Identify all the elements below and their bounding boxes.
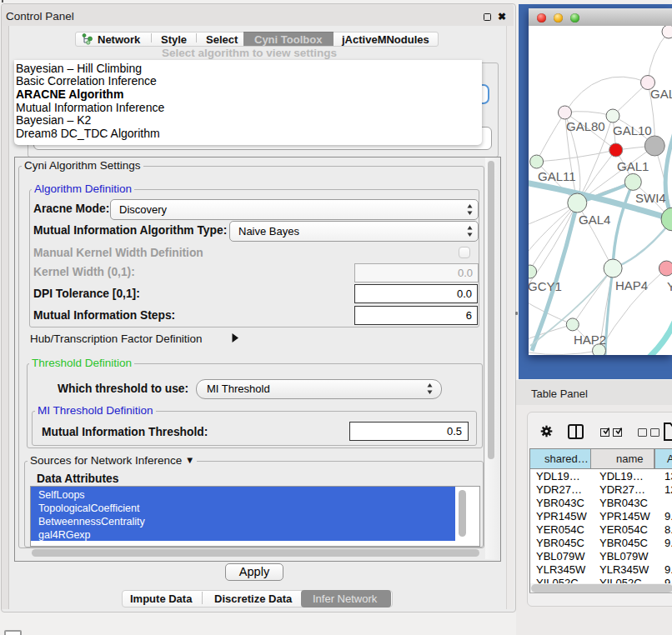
svg-text:SWI4: SWI4 [635, 191, 666, 205]
svg-text:GAL11: GAL11 [538, 169, 576, 183]
svg-text:GAL10: GAL10 [613, 123, 652, 138]
svg-text:GCY1: GCY1 [529, 279, 562, 293]
svg-text:GAL2: GAL2 [650, 87, 672, 101]
svg-text:HAP4: HAP4 [615, 278, 648, 292]
svg-text:HAP2: HAP2 [574, 332, 606, 347]
svg-text:GAL4: GAL4 [579, 212, 610, 227]
svg-text:GAL80: GAL80 [566, 119, 605, 133]
svg-text:Y: Y [667, 279, 672, 293]
svg-text:GAL1: GAL1 [617, 159, 649, 173]
